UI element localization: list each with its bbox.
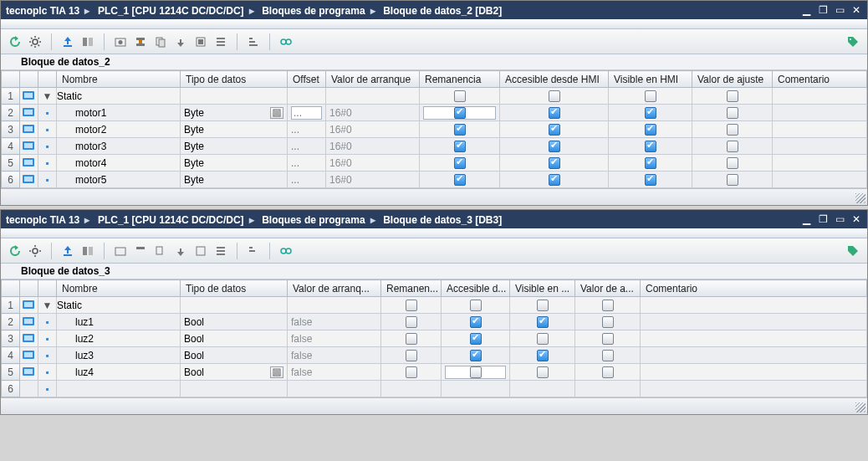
checkbox[interactable] <box>454 124 466 136</box>
var-name[interactable]: motor4 <box>57 155 181 172</box>
load-start-icon[interactable] <box>133 243 148 259</box>
visible-cell[interactable] <box>510 330 575 347</box>
checkbox[interactable] <box>645 141 656 152</box>
compare-icon[interactable] <box>80 34 95 49</box>
type-picker-button[interactable] <box>270 366 283 378</box>
init-icon[interactable] <box>193 34 208 49</box>
remanence-cell[interactable] <box>420 155 500 172</box>
visible-cell[interactable] <box>510 364 575 381</box>
accessible-cell[interactable] <box>442 364 510 381</box>
var-name[interactable]: luz4 <box>57 364 181 381</box>
offset-cell[interactable]: ... <box>288 121 326 138</box>
type-picker-button[interactable] <box>270 107 283 119</box>
init-icon[interactable] <box>193 243 208 259</box>
monitor-icon[interactable] <box>278 34 294 49</box>
var-name[interactable]: luz2 <box>57 330 181 347</box>
remanence-cell[interactable] <box>420 138 500 155</box>
checkbox[interactable] <box>537 366 549 378</box>
expand-icon[interactable] <box>213 34 228 49</box>
checkbox[interactable] <box>727 90 738 102</box>
checkbox[interactable] <box>645 174 656 186</box>
copy-start-icon[interactable] <box>153 34 168 49</box>
start-value-cell[interactable]: false <box>288 330 381 347</box>
checkbox[interactable] <box>727 124 738 136</box>
checkbox[interactable] <box>470 316 482 328</box>
data-type-cell[interactable]: Byte <box>181 172 288 188</box>
comment-cell[interactable] <box>773 105 867 121</box>
adjust-cell[interactable] <box>575 314 641 330</box>
data-type-cell[interactable]: Byte <box>181 105 288 121</box>
checkbox[interactable] <box>470 300 482 311</box>
checkbox[interactable] <box>454 90 466 102</box>
offset-cell[interactable]: ... <box>288 138 326 155</box>
adjust-cell[interactable] <box>692 121 773 138</box>
checkbox[interactable] <box>549 124 560 136</box>
visible-cell[interactable] <box>609 121 692 138</box>
table-row[interactable]: 2▪luz1Boolfalse <box>2 314 867 330</box>
restore-icon[interactable]: ❐ <box>817 213 829 225</box>
checkbox[interactable] <box>549 141 560 152</box>
remanence-cell[interactable] <box>420 121 500 138</box>
offset-cell[interactable]: ... <box>288 105 326 121</box>
monitor-icon[interactable] <box>278 243 294 259</box>
checkbox[interactable] <box>406 366 417 378</box>
checkbox[interactable] <box>406 300 417 311</box>
accessible-cell[interactable] <box>500 138 609 155</box>
checkbox[interactable] <box>645 107 656 119</box>
remanence-cell[interactable] <box>420 105 500 121</box>
accessible-cell[interactable] <box>442 330 510 347</box>
adjust-cell[interactable] <box>692 105 773 121</box>
adjust-cell[interactable] <box>575 347 641 364</box>
checkbox[interactable] <box>727 107 738 119</box>
copy-start-icon[interactable] <box>153 243 168 259</box>
var-name[interactable]: motor3 <box>57 138 181 155</box>
refresh-icon[interactable] <box>8 243 23 259</box>
accessible-cell[interactable] <box>500 105 609 121</box>
checkbox[interactable] <box>470 333 482 345</box>
comment-cell[interactable] <box>641 330 867 347</box>
visible-cell[interactable] <box>609 138 692 155</box>
sort-icon[interactable] <box>246 34 261 49</box>
checkbox[interactable] <box>549 157 560 169</box>
data-type-cell[interactable]: Bool <box>181 364 288 381</box>
gear-icon[interactable] <box>28 243 43 259</box>
upload-start-icon[interactable] <box>173 34 188 49</box>
accessible-cell[interactable] <box>500 155 609 172</box>
table-row[interactable]: 6▪motor5Byte...16#0 <box>2 172 867 188</box>
static-row[interactable]: 1 ▼ Static <box>2 297 867 314</box>
checkbox[interactable] <box>549 107 560 119</box>
accessible-cell[interactable] <box>500 121 609 138</box>
data-type-cell[interactable]: Bool <box>181 330 288 347</box>
visible-cell[interactable] <box>609 172 692 188</box>
checkbox[interactable] <box>537 300 549 311</box>
checkbox[interactable] <box>470 366 482 378</box>
data-type-cell[interactable]: Bool <box>181 347 288 364</box>
checkbox[interactable] <box>549 174 560 186</box>
gear-icon[interactable] <box>28 34 43 49</box>
var-name[interactable]: motor1 <box>57 105 181 121</box>
comment-cell[interactable] <box>773 172 867 188</box>
remanence-cell[interactable] <box>381 347 442 364</box>
snapshot-icon[interactable] <box>113 34 128 49</box>
comment-cell[interactable] <box>641 314 867 330</box>
comment-cell[interactable] <box>641 364 867 381</box>
checkbox[interactable] <box>645 157 656 169</box>
comment-cell[interactable] <box>773 138 867 155</box>
load-start-icon[interactable] <box>133 34 148 49</box>
comment-cell[interactable] <box>641 347 867 364</box>
breadcrumb[interactable]: tecnoplc TIA 13▸ PLC_1 [CPU 1214C DC/DC/… <box>6 213 502 226</box>
add-row[interactable]: 6▪ <box>2 381 867 397</box>
visible-cell[interactable] <box>609 105 692 121</box>
maximize-icon[interactable]: ▭ <box>834 4 845 16</box>
comment-cell[interactable] <box>773 121 867 138</box>
breadcrumb[interactable]: tecnoplc TIA 13▸ PLC_1 [CPU 1214C DC/DC/… <box>6 4 502 17</box>
data-type-cell[interactable]: Byte <box>181 138 288 155</box>
offset-cell[interactable]: ... <box>288 172 326 188</box>
checkbox[interactable] <box>602 366 614 378</box>
collapse-icon[interactable]: ▼ <box>40 300 55 311</box>
checkbox[interactable] <box>470 350 482 361</box>
adjust-cell[interactable] <box>692 138 773 155</box>
expand-icon[interactable] <box>213 243 228 259</box>
table-row[interactable]: 5▪motor4Byte...16#0 <box>2 155 867 172</box>
checkbox[interactable] <box>645 90 656 102</box>
